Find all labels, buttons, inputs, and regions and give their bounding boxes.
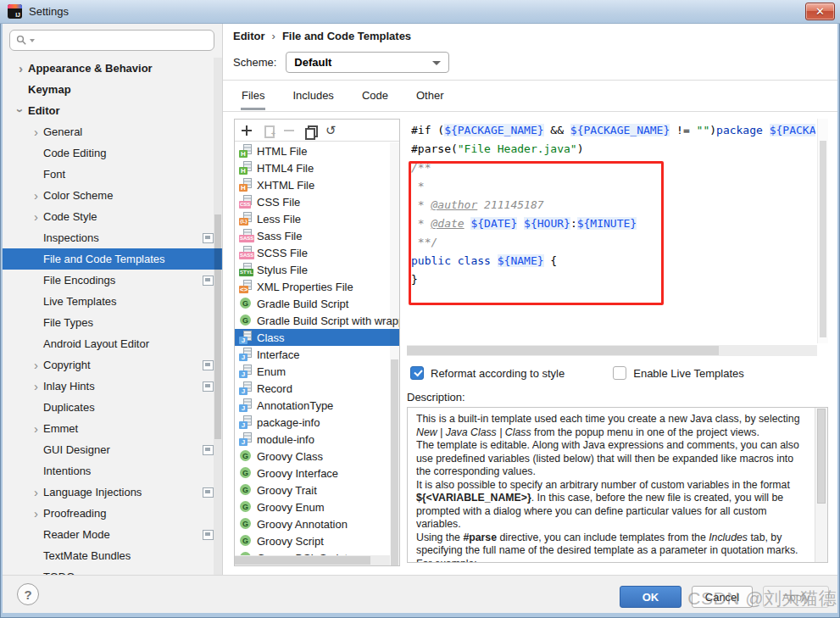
template-row-groovy-class[interactable]: GGroovy Class — [235, 448, 399, 465]
sidebar-item-general[interactable]: ›General — [3, 121, 222, 142]
chevron-right-icon[interactable]: › — [29, 125, 43, 138]
chevron-right-icon[interactable]: › — [29, 210, 43, 223]
template-row-xml-properties-file[interactable]: <>XML Properties File — [235, 278, 399, 295]
template-row-groovy-interface[interactable]: GGroovy Interface — [235, 465, 399, 482]
chevron-right-icon[interactable]: › — [29, 422, 43, 435]
template-row-interface[interactable]: JInterface — [235, 346, 399, 363]
tab-other[interactable]: Other — [415, 85, 445, 110]
chevron-down-icon[interactable]: › — [14, 103, 27, 118]
scheme-dropdown[interactable]: Default — [286, 52, 449, 73]
template-row-html-file[interactable]: HHTML File — [235, 142, 399, 159]
add-template-button[interactable] — [241, 125, 253, 136]
template-row-less-file[interactable]: {L}Less File — [235, 210, 399, 227]
sidebar-item-file-types[interactable]: File Types — [3, 312, 222, 333]
reset-template-button[interactable]: ↺ — [325, 125, 337, 136]
tab-includes[interactable]: Includes — [292, 85, 334, 110]
scrollbar-thumb[interactable] — [235, 556, 370, 565]
sidebar-item-reader-mode[interactable]: Reader Mode — [3, 524, 222, 545]
template-row-groovy-script[interactable]: GGroovy Script — [235, 532, 399, 549]
sidebar-item-code-editing[interactable]: Code Editing — [3, 142, 222, 164]
scrollbar-thumb[interactable] — [817, 409, 826, 504]
sidebar-item-font[interactable]: Font — [3, 164, 222, 185]
template-row-sass-file[interactable]: SASSSass File — [235, 227, 399, 244]
template-row-xhtml-file[interactable]: HXHTML File — [235, 176, 399, 193]
sidebar-item-emmet[interactable]: ›Emmet — [3, 418, 222, 439]
chevron-down-icon — [432, 61, 441, 65]
template-row-css-file[interactable]: CSSCSS File — [235, 193, 399, 210]
sidebar-item-intentions[interactable]: Intentions — [3, 460, 222, 482]
template-row-annotationtype[interactable]: JAnnotationType — [235, 397, 399, 414]
search-box[interactable] — [9, 30, 214, 51]
template-code-editor[interactable]: #if (${PACKAGE_NAME} && ${PACKAGE_NAME} … — [407, 119, 828, 356]
template-row-scss-file[interactable]: SASSSCSS File — [235, 244, 399, 261]
template-row-class[interactable]: JClass — [235, 329, 399, 346]
cancel-button[interactable]: Cancel — [692, 586, 753, 608]
sidebar-item-file-and-code-templates[interactable]: File and Code Templates — [3, 248, 222, 270]
template-list-vertical-scrollbar[interactable] — [390, 142, 399, 565]
template-row-html4-file[interactable]: HHTML4 File — [235, 159, 399, 176]
template-row-gradle-build-script-with-wrapp[interactable]: GGradle Build Script with wrapp — [235, 312, 399, 329]
copy-template-button[interactable]: + — [262, 125, 274, 136]
sidebar-scrollbar[interactable] — [214, 58, 222, 575]
sidebar-item-todo[interactable]: TODO — [3, 566, 222, 575]
search-options-caret-icon[interactable] — [30, 39, 35, 42]
sidebar-item-language-injections[interactable]: ›Language Injections — [3, 482, 222, 503]
sidebar-item-android-layout-editor[interactable]: Android Layout Editor — [3, 333, 222, 354]
scrollbar-thumb[interactable] — [820, 141, 826, 337]
chevron-right-icon[interactable]: › — [29, 189, 43, 202]
duplicate-template-button[interactable] — [304, 125, 316, 136]
sidebar-item-file-encodings[interactable]: File Encodings — [3, 270, 222, 291]
sidebar-item-duplicates[interactable]: Duplicates — [3, 397, 222, 418]
sidebar-item-inspections[interactable]: Inspections — [3, 227, 222, 248]
description-scrollbar[interactable] — [815, 408, 827, 562]
pane-indicator-icon — [203, 530, 214, 540]
description-paragraph: Using the #parse directive, you can incl… — [416, 532, 807, 563]
chevron-right-icon[interactable]: › — [29, 359, 43, 371]
template-row-enum[interactable]: JEnum — [235, 363, 399, 380]
tab-files[interactable]: Files — [241, 85, 265, 110]
template-row-module-info[interactable]: Jmodule-info — [235, 431, 399, 448]
sidebar-item-gui-designer[interactable]: GUI Designer — [3, 439, 222, 460]
pane-indicator-icon — [203, 276, 214, 286]
template-list-horizontal-scrollbar[interactable] — [235, 555, 390, 565]
sidebar-item-live-templates[interactable]: Live Templates — [3, 291, 222, 312]
chevron-right-icon[interactable]: › — [14, 62, 28, 75]
template-row-record[interactable]: JRecord — [235, 380, 399, 397]
template-row-groovy-enum[interactable]: GGroovy Enum — [235, 498, 399, 515]
sidebar-scrollbar-thumb[interactable] — [214, 214, 221, 439]
tab-code[interactable]: Code — [361, 85, 389, 110]
editor-vertical-scrollbar[interactable] — [817, 119, 828, 343]
editor-horizontal-scrollbar[interactable] — [407, 345, 817, 356]
search-input[interactable] — [40, 35, 208, 47]
scrollbar-thumb[interactable] — [407, 346, 719, 355]
sidebar-item-copyright[interactable]: ›Copyright — [3, 354, 222, 376]
scrollbar-thumb[interactable] — [391, 359, 398, 566]
sidebar-item-appearance-behavior[interactable]: ›Appearance & Behavior — [3, 58, 222, 79]
code-content[interactable]: #if (${PACKAGE_NAME} && ${PACKAGE_NAME} … — [411, 121, 815, 343]
sidebar-item-keymap[interactable]: Keymap — [3, 79, 222, 100]
close-button[interactable]: ✕ — [805, 3, 835, 20]
template-row-stylus-file[interactable]: STYLStylus File — [235, 261, 399, 278]
template-row-groovy-trait[interactable]: GGroovy Trait — [235, 482, 399, 498]
template-row-groovy-annotation[interactable]: GGroovy Annotation — [235, 515, 399, 532]
remove-template-button[interactable] — [283, 125, 295, 136]
breadcrumb-editor[interactable]: Editor — [233, 30, 265, 42]
sidebar-item-inlay-hints[interactable]: ›Inlay Hints — [3, 376, 222, 397]
code-line: /** — [411, 159, 815, 177]
chevron-right-icon[interactable]: › — [29, 380, 43, 393]
sidebar-item-color-scheme[interactable]: ›Color Scheme — [3, 185, 222, 206]
chevron-right-icon[interactable]: › — [29, 507, 43, 520]
sidebar-item-code-style[interactable]: ›Code Style — [3, 206, 222, 227]
sidebar-item-textmate-bundles[interactable]: TextMate Bundles — [3, 545, 222, 566]
sidebar-item-editor[interactable]: ›Editor — [3, 100, 222, 121]
template-label: Stylus File — [257, 264, 308, 276]
help-button[interactable]: ? — [17, 583, 39, 605]
live-templates-checkbox[interactable] — [613, 366, 626, 380]
template-row-gradle-build-script[interactable]: GGradle Build Script — [235, 295, 399, 312]
sidebar-item-proofreading[interactable]: ›Proofreading — [3, 503, 222, 524]
ok-button[interactable]: OK — [620, 586, 681, 608]
reformat-checkbox[interactable] — [410, 366, 424, 380]
template-row-package-info[interactable]: Jpackage-info — [235, 414, 399, 431]
chevron-right-icon[interactable]: › — [29, 486, 43, 498]
breadcrumb-separator: › — [272, 30, 275, 42]
